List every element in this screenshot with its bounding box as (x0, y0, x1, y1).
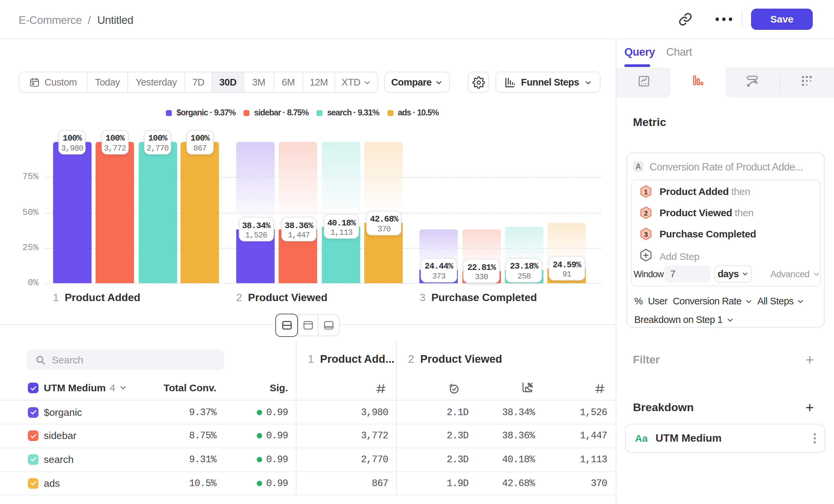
svg-text:2: 2 (644, 209, 648, 217)
svg-text:3: 3 (644, 230, 648, 238)
svg-text:1: 1 (644, 188, 648, 196)
